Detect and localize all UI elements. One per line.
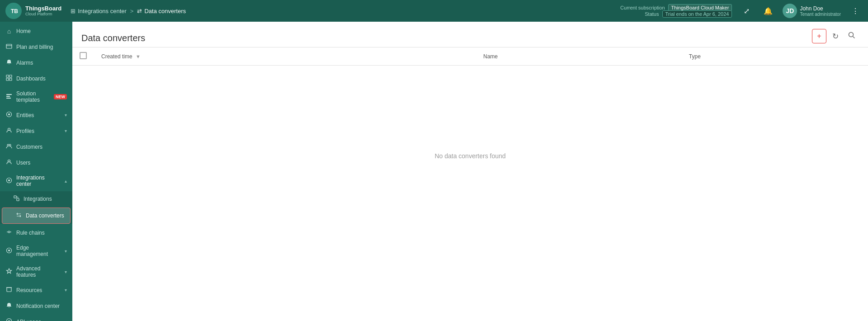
sidebar-item-resources[interactable]: Resources ▾ [0, 282, 72, 298]
svg-point-14 [9, 144, 11, 146]
sidebar-item-api-usage[interactable]: API usage [0, 314, 72, 321]
rule-chains-icon [5, 229, 13, 236]
user-name: John Doe [800, 5, 841, 12]
sidebar-item-advanced-features[interactable]: Advanced features ▾ [0, 261, 72, 282]
api-usage-icon [5, 318, 13, 321]
logo-area[interactable]: TB ThingsBoard Cloud Platform [5, 3, 61, 19]
type-column: Type [682, 47, 868, 66]
chevron-up-icon: ▴ [65, 179, 67, 184]
created-time-label: Created time [101, 53, 132, 60]
select-all-checkbox[interactable] [80, 52, 87, 59]
sidebar-item-solution-templates[interactable]: Solution templates NEW [0, 86, 72, 107]
sidebar-item-dashboards[interactable]: Dashboards [0, 71, 72, 86]
entities-icon [5, 111, 13, 119]
sidebar-item-label: Rule chains [16, 230, 67, 236]
dashboards-icon [5, 75, 13, 82]
sidebar-item-plan-billing[interactable]: Plan and billing [0, 39, 72, 55]
add-data-converter-button[interactable]: + [812, 29, 826, 43]
fullscreen-icon: ⤢ [744, 7, 750, 15]
sidebar-item-alarms[interactable]: Alarms [0, 55, 72, 71]
billing-icon [5, 43, 13, 51]
created-time-column[interactable]: Created time ▼ [94, 47, 476, 66]
svg-rect-8 [6, 96, 10, 97]
svg-rect-5 [6, 78, 9, 80]
sidebar-item-label: Dashboards [16, 76, 67, 82]
integrations-center-icon [5, 177, 13, 185]
content-header: Data converters + ↻ [72, 22, 868, 47]
logo-icon: TB [5, 3, 22, 19]
more-menu-button[interactable]: ⋮ [848, 4, 863, 18]
logo-subtitle: Cloud Platform [25, 12, 61, 17]
sidebar-item-label: Edge management [16, 245, 61, 257]
svg-point-17 [8, 179, 10, 181]
status-badge: Trial ends on the Apr 6, 2024 [662, 10, 732, 18]
sidebar-item-data-converters[interactable]: Data converters [2, 208, 71, 224]
subscription-label: Current subscription [620, 5, 665, 10]
users-icon [5, 159, 13, 166]
search-button[interactable] [844, 29, 859, 43]
sidebar-item-users[interactable]: Users [0, 155, 72, 170]
templates-icon [5, 93, 13, 101]
edge-management-icon [5, 247, 13, 255]
sidebar-item-notification-center[interactable]: Notification center [0, 298, 72, 314]
svg-point-13 [7, 144, 9, 146]
sidebar-item-profiles[interactable]: Profiles ▾ [0, 123, 72, 139]
type-label: Type [689, 53, 701, 60]
avatar-initials: JD [786, 7, 794, 14]
avatar: JD [783, 4, 797, 18]
sidebar-item-entities[interactable]: Entities ▾ [0, 107, 72, 123]
breadcrumb-separator: > [130, 8, 134, 14]
logo-text: ThingsBoard Cloud Platform [25, 5, 61, 17]
refresh-icon: ↻ [832, 32, 839, 41]
select-all-column [72, 47, 94, 66]
sidebar-item-customers[interactable]: Customers [0, 139, 72, 155]
sidebar-item-home[interactable]: ⌂ Home [0, 24, 72, 39]
logo-title: ThingsBoard [25, 5, 61, 12]
sidebar-item-rule-chains[interactable]: Rule chains [0, 225, 72, 241]
integrations-center-icon: ⊞ [71, 8, 75, 14]
chevron-down-icon: ▾ [65, 128, 67, 133]
chevron-down-icon: ▾ [65, 288, 67, 293]
main-layout: ⌂ Home Plan and billing Alarms Dashboard… [0, 22, 868, 321]
sidebar-item-label: Data converters [26, 212, 65, 219]
sidebar-item-label: Entities [16, 112, 61, 118]
svg-rect-19 [17, 198, 19, 201]
sidebar-item-label: Advanced features [16, 265, 61, 278]
advanced-features-icon [5, 268, 13, 276]
subscription-line2: Status Trial ends on the Apr 6, 2024 [620, 11, 732, 17]
header-right: Current subscription ThingsBoard Cloud M… [620, 4, 863, 18]
profiles-icon [5, 127, 13, 135]
bell-icon: 🔔 [764, 7, 773, 15]
integrations-icon [13, 195, 20, 203]
sidebar-item-integrations-center[interactable]: Integrations center ▴ [0, 170, 72, 191]
svg-rect-4 [9, 75, 12, 77]
chevron-down-icon: ▾ [65, 249, 67, 254]
breadcrumb-data-converters: ⇄ Data converters [137, 8, 186, 14]
content-area: Data converters + ↻ [72, 22, 868, 321]
sidebar-item-label: Solution templates [16, 90, 50, 103]
breadcrumb-integrations-center[interactable]: ⊞ Integrations center [71, 8, 127, 14]
sidebar-item-integrations[interactable]: Integrations [0, 191, 72, 207]
notifications-button[interactable]: 🔔 [761, 4, 775, 18]
data-converters-icon [15, 212, 22, 219]
sidebar-item-edge-management[interactable]: Edge management ▾ [0, 241, 72, 261]
sort-icon: ▼ [136, 54, 141, 59]
data-converters-icon: ⇄ [137, 8, 142, 14]
sidebar-item-label: API usage [16, 319, 67, 321]
sidebar-item-label: Integrations center [16, 175, 61, 187]
refresh-button[interactable]: ↻ [828, 29, 843, 43]
sidebar-item-label: Resources [16, 287, 61, 293]
name-column: Name [476, 47, 682, 66]
sidebar-item-label: Profiles [16, 128, 61, 134]
table-header-row: Created time ▼ Name Type [72, 47, 868, 66]
alarms-icon [5, 59, 13, 66]
fullscreen-button[interactable]: ⤢ [739, 4, 754, 18]
search-icon [848, 32, 855, 41]
name-label: Name [483, 53, 498, 60]
status-label: Status [645, 11, 659, 17]
user-profile-area[interactable]: JD John Doe Tenant administrator [783, 4, 841, 18]
svg-point-21 [8, 250, 10, 251]
empty-state: No data converters found [72, 66, 868, 246]
sidebar-item-label: Users [16, 160, 67, 166]
breadcrumb-label-1: Integrations center [78, 8, 127, 14]
